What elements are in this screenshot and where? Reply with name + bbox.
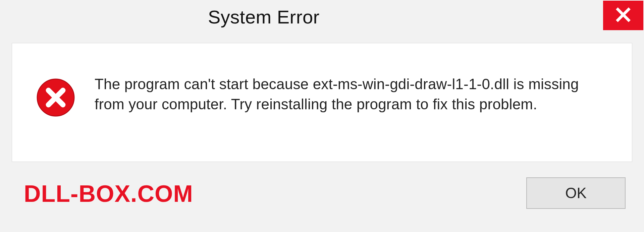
error-dialog: System Error The program can't start bec… — [0, 0, 644, 232]
watermark-text: DLL-BOX.COM — [24, 180, 193, 207]
ok-button[interactable]: OK — [526, 177, 626, 209]
dialog-footer: DLL-BOX.COM OK — [12, 175, 626, 209]
error-message: The program can't start because ext-ms-w… — [95, 74, 612, 114]
titlebar: System Error — [0, 0, 644, 34]
error-icon — [36, 77, 76, 118]
dialog-title: System Error — [0, 0, 320, 28]
message-panel: The program can't start because ext-ms-w… — [12, 43, 632, 162]
close-button[interactable] — [603, 1, 643, 30]
close-icon — [615, 7, 631, 24]
